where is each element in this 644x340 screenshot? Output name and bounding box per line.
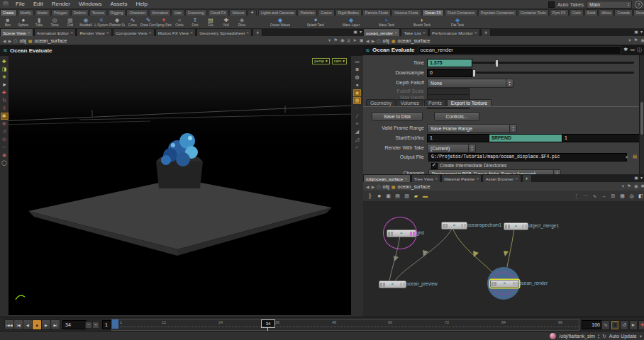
shelf-tab[interactable]: Hair [172, 9, 184, 16]
shelf-tab[interactable]: Container Tools [518, 9, 549, 16]
add-shelf-tab-button[interactable]: + [248, 9, 256, 16]
scale-handle-icon[interactable]: ⇕ [1, 105, 9, 112]
take-select[interactable]: Main▴▾ [587, 1, 632, 8]
node-input-flag[interactable] [380, 283, 382, 287]
breadcrumb-node[interactable]: ocean_surface [398, 38, 431, 43]
shelf-tab[interactable]: Rigid Bodies [335, 9, 362, 16]
particles-display-icon[interactable]: ✧ [353, 120, 361, 128]
folder-tab[interactable]: Export to Texture [447, 99, 492, 106]
path-dropdown-icon[interactable]: ▾ [622, 183, 624, 189]
footprint-flag-icon[interactable]: ▤ [394, 193, 401, 200]
torus-tool-icon[interactable]: ◎ Torus [47, 16, 62, 28]
pane-maximize-icon[interactable]: ▣ [353, 29, 357, 34]
next-frame-button[interactable]: ▶| [50, 319, 60, 330]
folder-tab[interactable]: Geometry [366, 99, 396, 106]
stop-button[interactable]: ■ [32, 319, 42, 330]
wireframe-mode-icon[interactable]: ◿ [353, 136, 361, 143]
intermediate-dirs-checkbox[interactable] [431, 163, 438, 169]
update-mode-select[interactable]: Auto Update [609, 334, 637, 339]
shelf-tab[interactable]: Solid [584, 9, 599, 16]
view-tool-icon[interactable]: ✚ [1, 58, 9, 65]
forward-arrow-icon[interactable]: ▶ [372, 184, 375, 189]
context-path[interactable]: /obj/flattank_sim [559, 334, 595, 339]
downsample-slider[interactable] [472, 72, 634, 74]
shelf-tab[interactable]: Grains [318, 9, 334, 16]
node-render-flag[interactable] [464, 224, 466, 228]
close-tab-icon[interactable]: ✕ [423, 30, 426, 35]
node-body[interactable]: ≈ [387, 230, 416, 237]
oceanspectrum1[interactable]: ≈ oceanspectrum1 [441, 222, 465, 229]
pane-tab[interactable]: Tree View✕ [411, 174, 441, 182]
scene-viewport[interactable]: persp▾cam▾ [9, 56, 351, 315]
shelf-tab[interactable]: Particle Fluids [362, 9, 392, 16]
range-inc-field[interactable]: 1 [562, 134, 641, 142]
node-render-flag[interactable] [516, 282, 518, 286]
node-template-flag[interactable] [522, 225, 524, 229]
node-template-flag[interactable] [461, 224, 463, 228]
shelf-tab[interactable]: Texture [89, 9, 107, 16]
chevron-down-icon[interactable]: ▾ [640, 334, 642, 339]
display-flag-icon[interactable]: ■ [375, 193, 383, 200]
shelf-tab[interactable]: Fluid Containers [445, 9, 477, 16]
flag-icon[interactable]: ⚑ [634, 38, 638, 43]
shelf-tab[interactable]: Wires [599, 9, 614, 16]
box-tool-icon[interactable]: ■ Box [0, 16, 16, 28]
valid-frame-range-dropdown[interactable]: Save Frame Range [427, 124, 512, 133]
node-body[interactable]: ≈ [379, 280, 406, 288]
color-swatch-icon[interactable]: ▰ [412, 193, 420, 200]
pane-tab[interactable]: Material Palette✕ [441, 174, 482, 182]
rivet-tool-icon[interactable]: ◈ Rivet [234, 16, 250, 28]
zoom-icon[interactable]: ◎ [628, 193, 635, 200]
handles-active-icon[interactable]: ✱ [1, 113, 9, 120]
play-reverse-button[interactable]: ◀ [23, 319, 33, 330]
shelf-tab[interactable]: Animation [149, 9, 171, 16]
grid-tool-icon[interactable]: ▦ Grid [62, 16, 78, 28]
node-name-field[interactable]: ocean_render [418, 46, 621, 55]
dash-style-icon[interactable]: ⋯ [582, 193, 589, 200]
rotate-handle-icon[interactable]: ↻ [1, 97, 9, 104]
play-button[interactable]: ▶ [41, 319, 51, 330]
node-input-flag[interactable] [443, 224, 445, 228]
wave-layer-tool-icon[interactable]: ◆ Wave Layer [333, 16, 369, 28]
range-start-handle[interactable] [112, 319, 118, 329]
shade-sphere-icon[interactable]: ● [353, 81, 361, 89]
spinner-icon[interactable]: ▴▾ [506, 79, 513, 88]
back-arrow-icon[interactable]: ◀ [366, 38, 370, 43]
shelf-tab[interactable]: Particles [297, 9, 317, 16]
gear-icon[interactable]: ✱ [624, 47, 628, 54]
set-key-icon[interactable]: ✚ [638, 320, 644, 330]
forward-arrow-icon[interactable]: ▶ [372, 38, 375, 43]
back-arrow-icon[interactable]: ◀ [3, 38, 6, 43]
snap-points-icon[interactable]: ∴ [1, 144, 9, 151]
param-scrollbar[interactable] [639, 55, 644, 174]
stow-params-icon[interactable]: ▭ [630, 47, 635, 54]
refresh-icon[interactable]: ↻ [602, 334, 606, 339]
object_merge1[interactable]: ≈ object_merge1 [504, 222, 526, 230]
shelf-tab[interactable]: Grooming [185, 9, 207, 16]
file-chooser-icon[interactable]: ▤ [633, 154, 637, 159]
draw-curve-tool-icon[interactable]: ✎ Draw Curve [140, 16, 156, 28]
tube-tool-icon[interactable]: ▮ Tube [31, 16, 47, 28]
output-file-field[interactable]: G:/Projetos/Tutorial/maps/ocean_displace… [428, 153, 627, 162]
node-display-flag[interactable] [494, 282, 496, 286]
scrollbar-thumb[interactable] [640, 102, 643, 135]
folder-tab[interactable]: Points [424, 99, 446, 106]
points-display-icon[interactable]: · [353, 105, 361, 112]
current-frame-field[interactable]: 34 [62, 320, 87, 329]
shelf-tab[interactable]: Volume [229, 9, 247, 16]
lighting-icon[interactable]: ◍ [353, 74, 361, 81]
lock-camera-icon[interactable]: ◙ [353, 66, 361, 73]
close-tab-icon[interactable]: ✕ [515, 176, 518, 181]
shelf-tab[interactable]: Cloud FX [208, 9, 229, 16]
pane-tab[interactable]: Asset Browser✕ [482, 174, 521, 182]
pane-tab[interactable]: Composite View✕ [113, 28, 155, 36]
snap-grid-icon[interactable]: ⊞ [609, 193, 617, 200]
shelf-tab[interactable]: Create [0, 9, 17, 16]
pane-tab[interactable]: Take List✕ [401, 28, 428, 36]
normals-display-icon[interactable]: ⁄ [353, 113, 361, 120]
stow-icon[interactable]: ▭ [353, 58, 361, 65]
node-display-flag[interactable] [391, 232, 393, 236]
network-editor[interactable]: ≈ grid ≈ oceanspectrum1 [363, 201, 644, 317]
add-pane-tab-button[interactable]: + [481, 28, 491, 36]
pane-tab[interactable]: Animation Editor✕ [34, 28, 77, 36]
